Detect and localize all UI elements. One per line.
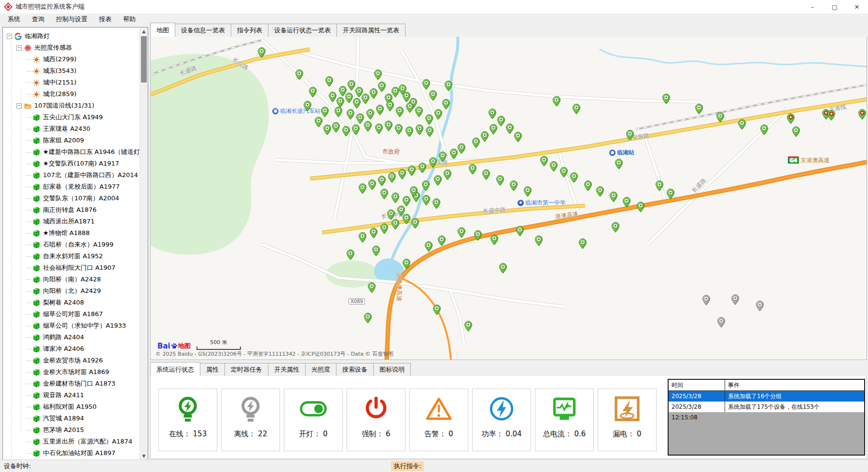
tree-scrollbar[interactable]: ▲ ▼ xyxy=(140,28,148,460)
lamp-marker-online[interactable] xyxy=(792,126,800,137)
menu-item-系统[interactable]: 系统 xyxy=(2,14,26,25)
lamp-marker-online[interactable] xyxy=(760,125,768,135)
lamp-marker-online[interactable] xyxy=(458,227,465,238)
lamp-marker-online[interactable] xyxy=(359,232,366,243)
lamp-marker-online[interactable] xyxy=(323,125,331,135)
lamp-marker-online[interactable] xyxy=(474,230,482,241)
lamp-marker-online[interactable] xyxy=(429,90,437,101)
lamp-marker-online[interactable] xyxy=(368,180,376,190)
tree-item-device[interactable]: 五尖山大门东 A1949 xyxy=(3,111,139,123)
tree-item-device[interactable]: 烟草公司对面 A1867 xyxy=(3,308,139,320)
lamp-marker-online[interactable] xyxy=(514,132,522,142)
lamp-marker-online[interactable] xyxy=(415,107,423,117)
lamp-marker-online[interactable] xyxy=(496,175,504,186)
lamp-marker-online[interactable] xyxy=(482,169,490,180)
lamp-marker-online[interactable] xyxy=(376,105,384,115)
menu-item-帮助[interactable]: 帮助 xyxy=(117,14,141,25)
scroll-thumb[interactable] xyxy=(141,36,147,83)
lamp-marker-online[interactable] xyxy=(472,138,480,148)
tab-光照度[interactable]: 光照度 xyxy=(305,363,336,376)
lamp-marker-online[interactable] xyxy=(458,143,465,154)
lamp-marker-online[interactable] xyxy=(359,183,366,194)
lamp-marker-online[interactable] xyxy=(345,93,353,103)
lamp-marker-online[interactable] xyxy=(416,125,423,135)
lamp-marker-online[interactable] xyxy=(535,236,543,246)
lamp-marker-online[interactable] xyxy=(392,87,399,97)
lamp-marker-online[interactable] xyxy=(497,116,505,126)
lamp-marker-online[interactable] xyxy=(370,228,378,238)
lamp-marker-online[interactable] xyxy=(258,47,266,58)
tree-item-device[interactable]: ★博物馆 A1888 xyxy=(3,227,139,239)
lamp-marker-offline[interactable] xyxy=(702,295,710,305)
lamp-marker-online[interactable] xyxy=(434,175,442,186)
tree-item-device[interactable]: 社会福利院大门口 A1907 xyxy=(3,262,139,274)
menu-item-查询[interactable]: 查询 xyxy=(26,14,50,25)
lamp-marker-online[interactable] xyxy=(388,172,396,183)
tree-item-device[interactable]: 福利院对面 A1950 xyxy=(3,401,139,413)
tab-搜索设备[interactable]: 搜索设备 xyxy=(336,363,374,376)
lamp-marker-online[interactable] xyxy=(438,236,446,246)
lamp-marker-online[interactable] xyxy=(560,167,568,178)
lamp-marker-online[interactable] xyxy=(579,238,587,249)
lamp-marker-alarm[interactable] xyxy=(787,113,795,124)
lamp-marker-online[interactable] xyxy=(378,82,386,92)
tree-item-device[interactable]: ★建新中路路口东 A1946（辅道灯） xyxy=(3,146,139,158)
lamp-marker-online[interactable] xyxy=(295,69,303,80)
tree-item-device[interactable]: 梨树巷 A2408 xyxy=(3,297,139,308)
tree-item-sun[interactable]: 城东(3543) xyxy=(3,65,139,77)
menu-item-控制与设置[interactable]: 控制与设置 xyxy=(50,14,93,25)
tree-item-device[interactable]: 鸿鹤路 A2404 xyxy=(3,332,139,343)
tab-指令列表[interactable]: 指令列表 xyxy=(231,24,268,37)
tab-定时器任务[interactable]: 定时器任务 xyxy=(224,363,268,376)
lamp-marker-online[interactable] xyxy=(444,169,451,180)
lamp-marker-online[interactable] xyxy=(490,235,498,245)
maximize-button[interactable]: ▢ xyxy=(824,0,846,14)
lamp-marker-online[interactable] xyxy=(469,164,476,175)
tree-item-device[interactable]: 芭茅塘 A2015 xyxy=(3,424,139,436)
lamp-marker-online[interactable] xyxy=(325,76,333,87)
lamp-marker-online[interactable] xyxy=(656,180,663,191)
event-log-row[interactable]: 2025/3/28 12:15:08系统加载了175个设备，在线153个 xyxy=(669,402,864,412)
lamp-marker-online[interactable] xyxy=(445,81,452,91)
lamp-marker-offline[interactable] xyxy=(756,301,764,311)
lamp-marker-online[interactable] xyxy=(489,109,496,119)
lamp-marker-online[interactable] xyxy=(378,176,386,186)
lamp-marker-online[interactable] xyxy=(450,149,458,159)
lamp-marker-online[interactable] xyxy=(570,172,578,183)
lamp-marker-online[interactable] xyxy=(309,87,317,97)
lamp-marker-online[interactable] xyxy=(368,282,376,293)
tree-item-device[interactable]: 五里派出所（富源汽配）A1874 xyxy=(3,436,139,447)
tree-item-device[interactable]: 金桥大市场对面 A1869 xyxy=(3,366,139,378)
close-button[interactable]: ✕ xyxy=(846,0,868,14)
tree-item-device[interactable]: 彭家巷（党校后面）A1977 xyxy=(3,181,139,193)
lamp-marker-online[interactable] xyxy=(506,124,514,134)
tab-设备信息一览表[interactable]: 设备信息一览表 xyxy=(175,24,231,37)
scroll-down-icon[interactable]: ▼ xyxy=(140,452,148,460)
lamp-marker-online[interactable] xyxy=(442,99,450,110)
lamp-marker-online[interactable] xyxy=(392,193,399,203)
lamp-marker-offline[interactable] xyxy=(731,294,739,305)
tree-item-device[interactable]: ★交警队西(107南) A1917 xyxy=(3,158,139,169)
lamp-marker-online[interactable] xyxy=(348,80,355,91)
tab-地图[interactable]: 地图 xyxy=(150,23,175,37)
lamp-marker-online[interactable] xyxy=(422,180,430,191)
lamp-marker-online[interactable] xyxy=(439,152,447,162)
lamp-marker-online[interactable] xyxy=(433,198,440,209)
lamp-marker-online[interactable] xyxy=(387,209,395,220)
lamp-marker-online[interactable] xyxy=(410,186,418,197)
tab-开关属性[interactable]: 开关属性 xyxy=(268,363,306,376)
lamp-marker-online[interactable] xyxy=(395,124,403,135)
lamp-marker-online[interactable] xyxy=(510,180,518,191)
tab-图标说明[interactable]: 图标说明 xyxy=(373,363,411,376)
map-canvas[interactable]: 长盛路长白路⊞临湘长途汽车站市政府长安路长安东路⊕临湘站✦临湘市第一中学长盛中路… xyxy=(150,37,867,360)
tree-item-device[interactable]: 谭家冲 A2406 xyxy=(3,343,139,355)
lamp-marker-alarm[interactable] xyxy=(827,110,835,121)
tree-item-device[interactable]: 烟草公司（求知中学）A1933 xyxy=(3,320,139,332)
tab-设备运行状态一览表[interactable]: 设备运行状态一览表 xyxy=(268,24,337,37)
lamp-marker-online[interactable] xyxy=(584,180,592,191)
tree-expand-toggle[interactable]: − xyxy=(7,34,12,39)
lamp-marker-online[interactable] xyxy=(362,94,369,104)
lamp-marker-online[interactable] xyxy=(516,226,524,236)
tree-item-device[interactable]: 向阳桥（北）A2429 xyxy=(3,285,139,297)
lamp-marker-online[interactable] xyxy=(352,125,360,135)
